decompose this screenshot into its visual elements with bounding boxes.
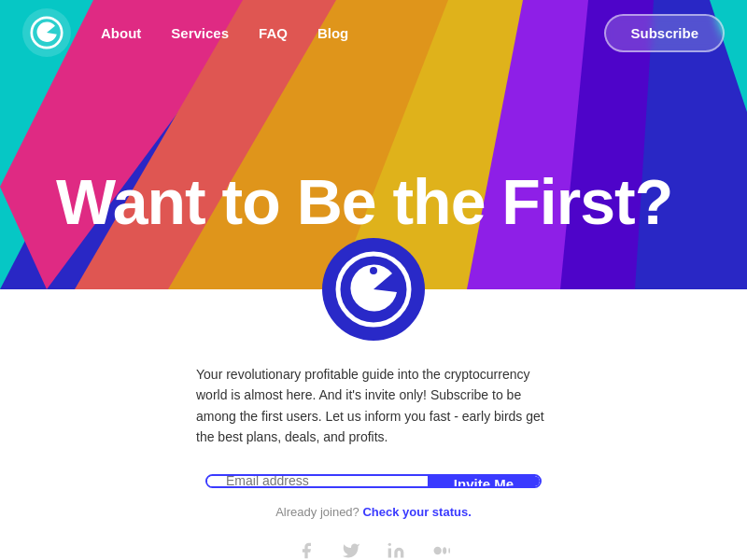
nav-about[interactable]: About <box>101 25 141 41</box>
center-logo <box>322 238 425 341</box>
medium-icon[interactable] <box>431 541 450 560</box>
svg-point-16 <box>388 543 391 546</box>
hero-title: Want to Be the First? <box>0 170 747 233</box>
nav-links: About Services FAQ Blog <box>101 25 604 41</box>
svg-point-15 <box>370 267 377 274</box>
nav-services[interactable]: Services <box>171 25 229 41</box>
check-status-link[interactable]: Check your status. <box>362 505 471 519</box>
invite-button[interactable]: Invite Me <box>428 476 540 486</box>
twitter-icon[interactable] <box>342 541 360 560</box>
email-form: Invite Me <box>205 474 542 488</box>
logo[interactable] <box>22 8 71 57</box>
email-input[interactable] <box>207 474 428 488</box>
navbar: About Services FAQ Blog Subscribe <box>0 0 747 65</box>
linkedin-icon[interactable] <box>387 541 405 560</box>
description-text: Your revolutionary profitable guide into… <box>196 364 551 448</box>
social-icons <box>297 541 450 560</box>
facebook-icon[interactable] <box>297 541 316 560</box>
logo-icon <box>30 16 63 49</box>
subscribe-button[interactable]: Subscribe <box>604 14 725 52</box>
already-joined-text: Already joined? Check your status. <box>275 505 472 519</box>
nav-blog[interactable]: Blog <box>317 25 348 41</box>
nav-faq[interactable]: FAQ <box>259 25 288 41</box>
